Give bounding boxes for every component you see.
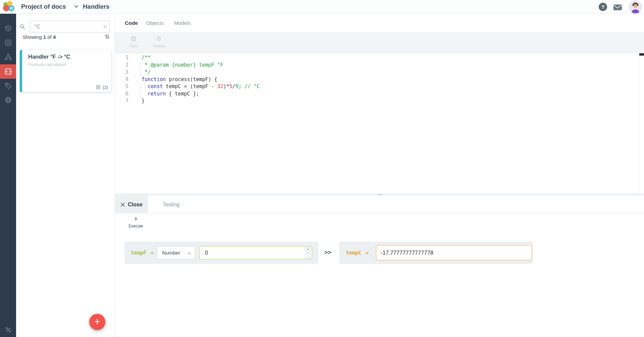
tab-objects[interactable]: Objects bbox=[146, 20, 164, 26]
close-label: Close bbox=[128, 202, 143, 208]
objects-badge-icon bbox=[96, 84, 101, 90]
save-label: Save bbox=[123, 44, 144, 48]
line-number: 2 bbox=[115, 62, 128, 69]
code-line: 3 */ bbox=[115, 69, 639, 76]
sidebar-item-globe[interactable] bbox=[0, 93, 16, 107]
mail-icon[interactable] bbox=[613, 3, 622, 12]
results-total: 4 bbox=[53, 34, 56, 40]
code-icon bbox=[4, 68, 12, 75]
code-line: 7} bbox=[115, 97, 639, 105]
input-param-group: tempF = Number + - bbox=[124, 242, 318, 264]
panel-splitter[interactable] bbox=[115, 194, 644, 195]
app-root: R Project of docs Handlers ? bbox=[0, 0, 644, 337]
handler-card-footer: (2) bbox=[96, 84, 108, 90]
results-prefix: Showing bbox=[22, 34, 42, 40]
line-number: 4 bbox=[115, 76, 128, 83]
help-icon[interactable]: ? bbox=[598, 2, 607, 11]
sidebar-item-hierarchy[interactable] bbox=[0, 50, 16, 64]
tab-testing-panel[interactable]: Testing bbox=[158, 196, 184, 213]
testing-label: Testing bbox=[148, 44, 169, 48]
editor-scrollbar-thumb[interactable] bbox=[639, 53, 644, 56]
editor-tab-bar: Code Objects Models bbox=[115, 14, 644, 32]
code-text: */ bbox=[142, 69, 151, 76]
lightning-icon bbox=[134, 216, 138, 222]
editor-toolbar: Save Testing Export .js bbox=[115, 33, 644, 53]
sidebar-item-frame[interactable] bbox=[0, 36, 16, 50]
input-equals: = bbox=[151, 250, 154, 256]
page-title: Handlers bbox=[83, 3, 109, 10]
frame-icon bbox=[4, 39, 12, 47]
output-equals: = bbox=[366, 250, 369, 256]
increment-button[interactable]: + bbox=[305, 247, 311, 252]
close-icon bbox=[120, 202, 125, 207]
tag-icon bbox=[4, 82, 12, 90]
project-switcher[interactable]: Project of docs bbox=[21, 3, 66, 10]
execute-label: Execute bbox=[126, 224, 146, 228]
type-select[interactable]: Number bbox=[157, 246, 195, 259]
bug-icon bbox=[156, 36, 162, 42]
code-line: 1/** bbox=[115, 54, 639, 62]
svg-text:?: ? bbox=[601, 4, 604, 10]
line-number: 7 bbox=[115, 97, 128, 105]
handler-card[interactable]: Handler °F -> °C Formula calculation (2) bbox=[20, 50, 111, 92]
tab-models[interactable]: Models bbox=[174, 20, 191, 26]
code-line: 6 return { tempC }; bbox=[115, 90, 639, 98]
handler-card-subtitle: Formula calculation bbox=[28, 62, 66, 67]
code-text: function process(tempF) { bbox=[142, 76, 217, 83]
code-line: 5 const tempC = (tempF - 32)*5/9; // °C bbox=[115, 83, 639, 90]
type-select-value: Number bbox=[162, 250, 180, 256]
code-editor[interactable]: 1/**2 * @param {number} tempF °F3 */4fun… bbox=[115, 53, 639, 194]
code-text: * @param {number} tempF °F bbox=[142, 62, 223, 69]
clear-search-icon[interactable] bbox=[103, 24, 108, 29]
sidebar-item-cube[interactable] bbox=[0, 21, 16, 36]
line-number: 1 bbox=[115, 54, 128, 62]
tab-code[interactable]: Code bbox=[125, 20, 138, 26]
output-var-name: tempC bbox=[346, 250, 362, 256]
testing-panel-tab-bar: Close Testing bbox=[115, 196, 644, 213]
add-handler-button[interactable]: + bbox=[89, 314, 105, 330]
decrement-button[interactable]: - bbox=[305, 253, 311, 259]
globe-icon bbox=[4, 96, 12, 104]
save-icon bbox=[130, 36, 137, 42]
results-of: of bbox=[47, 34, 52, 40]
testing-button[interactable]: Testing bbox=[148, 36, 169, 48]
search-input[interactable] bbox=[30, 21, 110, 32]
code-text: /** bbox=[142, 54, 151, 62]
results-shown: 1 bbox=[43, 34, 46, 40]
code-text: const tempC = (tempF - 32)*5/9; // °C bbox=[142, 83, 260, 90]
close-panel-button[interactable]: Close bbox=[115, 196, 148, 213]
line-number: 3 bbox=[115, 69, 128, 76]
chevron-down-icon bbox=[187, 251, 192, 256]
tools-icon bbox=[4, 326, 12, 334]
user-avatar[interactable] bbox=[629, 0, 642, 13]
tempc-value-output[interactable] bbox=[376, 245, 532, 260]
number-input-wrap: + - bbox=[199, 246, 312, 259]
hierarchy-icon bbox=[4, 53, 12, 61]
tempf-value-input[interactable] bbox=[199, 246, 312, 259]
icon-sidebar bbox=[0, 14, 16, 337]
output-param-group: tempC = bbox=[339, 242, 533, 264]
app-logo-icon[interactable]: R bbox=[2, 1, 16, 13]
editor-scrollbar-track[interactable] bbox=[639, 53, 644, 194]
sidebar-item-tag[interactable] bbox=[0, 79, 16, 93]
execute-button[interactable]: Execute bbox=[126, 216, 146, 228]
sidebar-item-tools[interactable] bbox=[0, 323, 16, 337]
code-text: } bbox=[142, 97, 145, 105]
input-var-name: tempF bbox=[131, 250, 147, 256]
line-number: 6 bbox=[115, 90, 128, 98]
handler-card-title: Handler °F -> °C bbox=[28, 54, 70, 60]
objects-count: (2) bbox=[103, 85, 108, 90]
sidebar-item-handlers[interactable] bbox=[0, 64, 16, 79]
code-line: 2 * @param {number} tempF °F bbox=[115, 62, 639, 69]
filter-sliders-icon[interactable] bbox=[104, 33, 110, 40]
search-icon bbox=[19, 24, 25, 29]
code-line: 4function process(tempF) { bbox=[115, 76, 639, 83]
result-arrows: >> bbox=[324, 249, 331, 256]
code-lines: 1/**2 * @param {number} tempF °F3 */4fun… bbox=[115, 54, 639, 105]
handlers-list-panel: Showing 1 of 4 Handler °F -> °C Formula … bbox=[16, 14, 115, 337]
results-count: Showing 1 of 4 bbox=[22, 34, 56, 40]
save-button[interactable]: Save bbox=[123, 36, 144, 48]
svg-text:R: R bbox=[10, 6, 13, 11]
code-text: return { tempC }; bbox=[142, 90, 199, 98]
chevron-down-icon[interactable] bbox=[74, 5, 78, 8]
